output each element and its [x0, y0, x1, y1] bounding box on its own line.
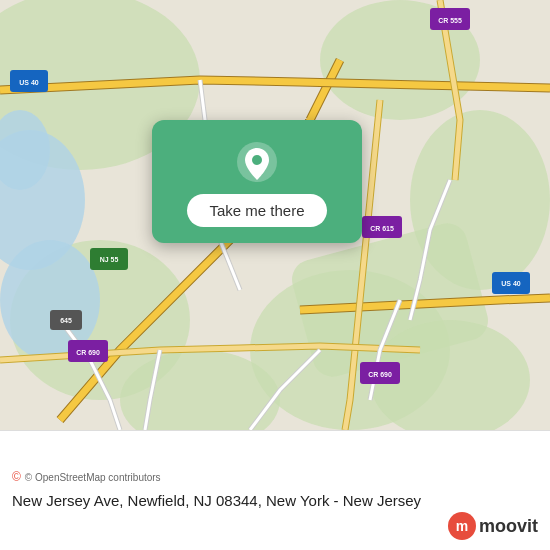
svg-text:NJ 55: NJ 55	[100, 256, 119, 263]
map-attribution: © © OpenStreetMap contributors	[12, 470, 538, 484]
svg-text:US 40: US 40	[19, 79, 39, 86]
svg-text:CR 690: CR 690	[368, 371, 392, 378]
svg-text:645: 645	[60, 317, 72, 324]
moovit-icon: m	[448, 512, 476, 540]
copyright-icon: ©	[12, 470, 21, 484]
bottom-bar: © © OpenStreetMap contributors New Jerse…	[0, 430, 550, 550]
moovit-logo: m moovit	[448, 512, 538, 540]
svg-point-31	[252, 155, 262, 165]
moovit-logo-area: m moovit	[448, 512, 538, 540]
map-container: US 40 NJ 55 NJ 55 CR 555 CR 615 US 40 CR…	[0, 0, 550, 550]
take-me-there-button[interactable]: Take me there	[187, 194, 326, 227]
svg-text:CR 615: CR 615	[370, 225, 394, 232]
popup-card: Take me there	[152, 120, 362, 243]
svg-text:CR 690: CR 690	[76, 349, 100, 356]
moovit-text: moovit	[479, 516, 538, 537]
address-text: New Jersey Ave, Newfield, NJ 08344, New …	[12, 490, 538, 511]
location-pin-icon	[235, 140, 279, 184]
svg-text:CR 555: CR 555	[438, 17, 462, 24]
svg-text:US 40: US 40	[501, 280, 521, 287]
